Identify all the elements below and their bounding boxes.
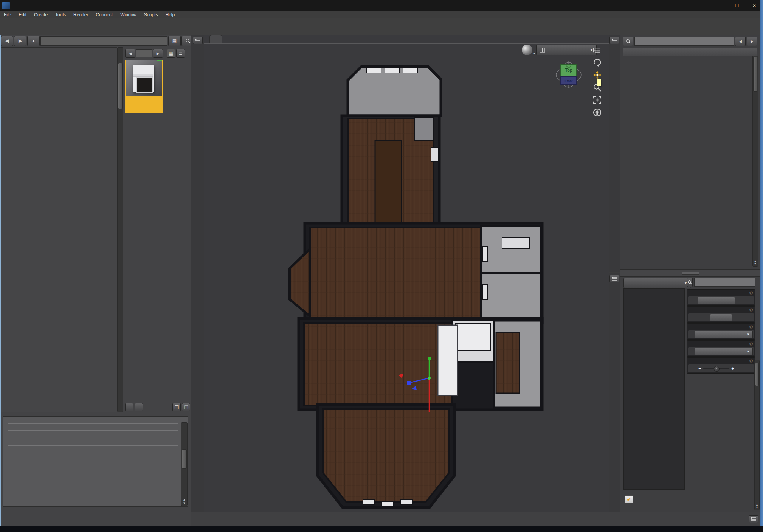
paste-icon[interactable]: ❏	[182, 403, 190, 411]
grid-view-button[interactable]: ▦	[167, 49, 175, 58]
scene-filter-row: ◀ ▶	[623, 36, 757, 46]
scene-node-tree	[623, 56, 752, 266]
show-sub-items-checkbox[interactable]: ✔	[625, 495, 633, 503]
maximize-button[interactable]: ☐	[728, 0, 746, 11]
gear-icon[interactable]: ⚙	[748, 358, 753, 364]
minimize-button[interactable]: —	[711, 0, 728, 11]
page-number-field[interactable]	[136, 49, 152, 57]
scene-columns-header	[623, 48, 757, 56]
pane-menu-icon[interactable]	[609, 275, 619, 282]
scene-filter-input[interactable]	[634, 37, 734, 46]
status-bar	[191, 512, 763, 526]
tree-scrollbar-thumb[interactable]	[118, 63, 123, 109]
orbit-view-icon[interactable]	[592, 58, 602, 67]
right-top-tabstrip	[609, 35, 620, 272]
filter-forward-button[interactable]: ▶	[747, 37, 757, 46]
titlebar[interactable]: —☐✕	[0, 0, 763, 11]
menu-item[interactable]: Create	[30, 12, 51, 17]
view-orientation-cube[interactable]: Top Front	[555, 61, 582, 88]
menu-item[interactable]: Edit	[15, 12, 30, 17]
menu-item[interactable]: Connect	[92, 12, 116, 17]
right-bottom-tabstrip	[609, 273, 620, 512]
pan-view-icon[interactable]	[592, 70, 602, 79]
gear-icon[interactable]: ⚙	[748, 324, 753, 330]
menu-item[interactable]: Tools	[51, 12, 70, 17]
results-pager: ◀ ▶ ▦ ≣	[125, 48, 190, 58]
home-view-icon[interactable]	[592, 108, 602, 117]
viewport-options-icon[interactable]	[592, 45, 602, 54]
library-nav: ◀ ▶ ▲ ▦	[1, 36, 194, 46]
point-at-none-button[interactable]	[698, 297, 735, 304]
menu-item[interactable]: Window	[116, 12, 140, 17]
nav-up-button[interactable]: ▲	[27, 36, 40, 46]
list-view-button[interactable]: ≣	[176, 49, 185, 58]
info-pane	[3, 416, 188, 507]
viewport-3d-canvas[interactable]	[204, 43, 609, 512]
copy-icon[interactable]: ❐	[172, 403, 181, 411]
menu-item[interactable]: Help	[162, 12, 179, 17]
library-folder-tree	[1, 47, 117, 412]
library-actions: ❐ ❏	[125, 403, 190, 411]
background-window-edge	[0, 35, 1, 526]
desktop-strip	[0, 526, 763, 532]
remove-category-button[interactable]	[135, 403, 143, 411]
parameter-group-tree	[623, 288, 685, 490]
panel-splitter[interactable]	[620, 269, 760, 277]
geometry-switching-card: ⚙ ▼	[687, 323, 755, 340]
pane-menu-icon[interactable]	[193, 37, 203, 44]
viewport-panel[interactable]: ▼ ▼	[204, 35, 609, 512]
page-back-button[interactable]: ◀	[125, 49, 135, 58]
info-scrollbar[interactable]: ▲▼	[181, 422, 188, 506]
daz-studio-window: —☐✕ FileEditCreateToolsRenderConnectWind…	[0, 0, 763, 532]
nav-forward-button[interactable]: ▶	[14, 36, 26, 46]
tree-scrollbar[interactable]	[117, 47, 123, 412]
cube-front-label: Front	[564, 79, 573, 83]
frame-view-icon[interactable]	[592, 95, 602, 104]
menu-item[interactable]: File	[0, 12, 15, 17]
slider-track[interactable]	[703, 368, 729, 369]
content-library-panel: ◀ ▶ ▲ ▦ ◀ ▶ ▦ ≣	[0, 35, 191, 526]
gear-icon[interactable]: ⚙	[748, 307, 753, 313]
parameters-scrollbar[interactable]: ▲▼	[754, 360, 760, 510]
product-thumbnail	[126, 60, 162, 96]
scene-scrollbar[interactable]: ▲▼	[752, 56, 758, 267]
page-forward-button[interactable]: ▶	[153, 49, 163, 58]
view-selector-dropdown[interactable]: ▼	[536, 45, 597, 55]
resolution-level-card: ⚙ ▼	[687, 340, 755, 357]
library-search-input[interactable]	[40, 36, 167, 46]
product-card[interactable]	[125, 60, 163, 113]
view-subd-card: ⚙ − +	[687, 357, 755, 374]
scene-and-parameters-panel: ◀ ▶ ▲▼ ▼ .prow .cico{display:none;} .pro…	[620, 35, 760, 512]
nav-back-button[interactable]: ◀	[1, 36, 13, 46]
window-pane-icon	[540, 48, 545, 53]
gear-icon[interactable]: ⚙	[748, 341, 753, 347]
drawstyle-sphere-icon[interactable]: ▼	[522, 45, 532, 55]
main-toolbar	[0, 18, 763, 35]
search-icon[interactable]	[623, 37, 633, 46]
pane-menu-icon[interactable]	[749, 515, 758, 523]
app-logo-icon	[2, 2, 10, 9]
filter-back-button[interactable]: ◀	[735, 37, 746, 46]
product-title	[126, 96, 162, 110]
geometry-switching-dropdown[interactable]: ▼	[695, 331, 753, 338]
left-pane-tabstrip	[191, 35, 205, 526]
decrement-button[interactable]: −	[698, 366, 702, 371]
parameter-selection-dropdown[interactable]: ▼	[623, 278, 691, 288]
search-icon[interactable]	[687, 278, 693, 287]
gear-icon[interactable]: ⚙	[748, 290, 753, 296]
pane-menu-icon[interactable]	[609, 37, 619, 44]
point-at-card: ⚙	[687, 289, 755, 306]
viewport-tab[interactable]	[209, 35, 222, 44]
window-controls: —☐✕	[711, 0, 763, 11]
menu-item[interactable]: Scripts	[140, 12, 162, 17]
disable-transform-off-button[interactable]	[710, 314, 732, 321]
increment-button[interactable]: +	[730, 366, 735, 371]
parameter-filter-input[interactable]	[694, 278, 755, 287]
container-view-button[interactable]: ▦	[168, 36, 181, 46]
window-edge	[760, 0, 763, 526]
prop-badge	[157, 60, 162, 61]
menu-item[interactable]: Render	[70, 12, 92, 17]
add-category-button[interactable]	[125, 403, 133, 411]
fireplace-thumbnail-art	[133, 65, 154, 92]
resolution-level-dropdown[interactable]: ▼	[695, 348, 753, 355]
